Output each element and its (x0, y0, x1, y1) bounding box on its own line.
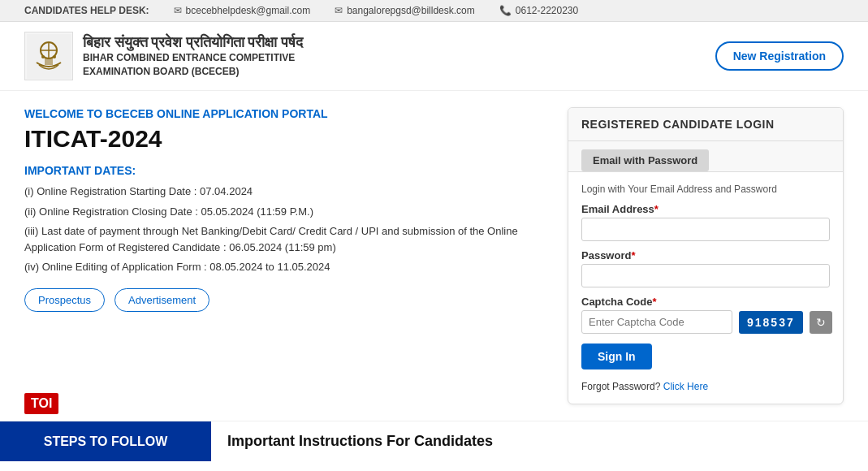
helpdesk-bar: CANDIDATES HELP DESK: ✉ bcecebhelpdesk@g… (0, 0, 868, 22)
bottom-bar: STEPS TO FOLLOW Important Instructions F… (0, 421, 868, 461)
login-box: REGISTERED CANDIDATE LOGIN Email with Pa… (568, 107, 844, 404)
password-required: * (631, 249, 635, 261)
left-panel: WELCOME TO BCECEB ONLINE APPLICATION POR… (24, 107, 568, 404)
svg-point-6 (53, 55, 56, 58)
logo-section: बिहार संयुक्त प्रवेश प्रतियोगिता परीक्षा… (24, 32, 303, 80)
email-password-tab[interactable]: Email with Password (581, 149, 709, 171)
forgot-password-text: Forgot Password? (581, 381, 660, 392)
helpdesk-phone: 0612-2220230 (516, 5, 578, 16)
logo-english-line2: EXAMINATION BOARD (BCECEB) (83, 65, 303, 79)
action-buttons: Prospectus Advertisement (24, 288, 543, 312)
email-label: Email Address* (581, 203, 830, 215)
right-panel: REGISTERED CANDIDATE LOGIN Email with Pa… (568, 107, 844, 404)
captcha-required: * (652, 296, 656, 308)
logo-image (24, 32, 73, 80)
signin-button[interactable]: Sign In (581, 344, 652, 369)
logo-hindi-text: बिहार संयुक्त प्रवेश प्रतियोगिता परीक्षा… (83, 34, 303, 51)
forgot-password-link[interactable]: Click Here (663, 381, 708, 392)
helpdesk-email2: bangalorepgsd@billdesk.com (347, 5, 475, 16)
steps-to-follow-button[interactable]: STEPS TO FOLLOW (0, 421, 211, 461)
captcha-code-display: 918537 (739, 311, 803, 334)
helpdesk-email1-contact: ✉ bcecebhelpdesk@gmail.com (174, 5, 311, 16)
captcha-label: Captcha Code* (581, 296, 830, 308)
helpdesk-phone-contact: 📞 0612-2220230 (499, 5, 578, 16)
email2-icon: ✉ (335, 5, 343, 16)
exam-title: ITICAT-2024 (24, 125, 543, 153)
date-item: (iii) Last date of payment through Net B… (24, 223, 543, 255)
date-item: (i) Online Registration Starting Date : … (24, 184, 543, 200)
svg-rect-4 (45, 58, 53, 65)
helpdesk-label: CANDIDATES HELP DESK: (24, 5, 149, 16)
toi-badge: TOI (24, 393, 58, 414)
forgot-password-section: Forgot Password? Click Here (581, 381, 830, 392)
captcha-refresh-button[interactable]: ↻ (810, 311, 832, 334)
svg-point-5 (41, 55, 45, 58)
login-header: REGISTERED CANDIDATE LOGIN (568, 108, 843, 141)
helpdesk-email1: bcecebhelpdesk@gmail.com (186, 5, 311, 16)
login-header-title: REGISTERED CANDIDATE LOGIN (581, 118, 775, 131)
date-item: (iv) Online Editing of Application Form … (24, 259, 543, 275)
captcha-input[interactable] (581, 310, 732, 334)
important-dates-title: IMPORTANT DATES: (24, 164, 543, 177)
advertisement-button[interactable]: Advertisement (114, 288, 209, 312)
password-label: Password* (581, 249, 830, 261)
login-subtitle: Login with Your Email Address and Passwo… (581, 184, 830, 195)
email-input[interactable] (581, 218, 830, 241)
logo-english-line1: BIHAR COMBINED ENTRANCE COMPETITIVE (83, 51, 303, 65)
phone-icon: 📞 (499, 5, 512, 16)
main-content: WELCOME TO BCECEB ONLINE APPLICATION POR… (0, 91, 868, 421)
login-body: Login with Your Email Address and Passwo… (568, 172, 843, 404)
logo-text-block: बिहार संयुक्त प्रवेश प्रतियोगिता परीक्षा… (83, 34, 303, 79)
prospectus-button[interactable]: Prospectus (24, 288, 105, 312)
instructions-label: Important Instructions For Candidates (211, 421, 868, 461)
helpdesk-email2-contact: ✉ bangalorepgsd@billdesk.com (335, 5, 475, 16)
email-required: * (654, 203, 659, 215)
date-item: (ii) Online Registration Closing Date : … (24, 204, 543, 220)
email1-icon: ✉ (174, 5, 182, 16)
dates-list: (i) Online Registration Starting Date : … (24, 184, 543, 275)
password-input[interactable] (581, 264, 830, 287)
new-registration-button[interactable]: New Registration (715, 41, 844, 71)
captcha-row: 918537 ↻ (581, 310, 830, 334)
welcome-title: WELCOME TO BCECEB ONLINE APPLICATION POR… (24, 107, 543, 120)
header: बिहार संयुक्त प्रवेश प्रतियोगिता परीक्षा… (0, 22, 868, 91)
